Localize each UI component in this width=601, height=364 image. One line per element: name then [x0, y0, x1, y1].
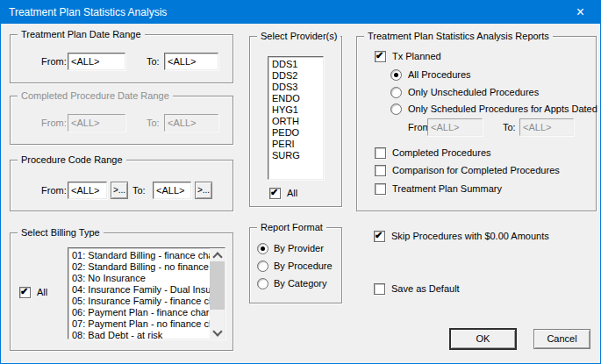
save-default-checkbox[interactable]: ✔: [374, 283, 385, 295]
proc-code-to-input[interactable]: [153, 182, 191, 199]
billing-item[interactable]: 08: Bad Debt - at risk: [68, 330, 210, 339]
completed-date-to-input: [164, 114, 218, 132]
appts-to-input: [519, 118, 574, 136]
comparison-completed-label: Comparison for Completed Procedures: [392, 165, 560, 176]
provider-all-label: All: [287, 188, 297, 199]
radio-only-unscheduled-label: Only Unscheduled Procedures: [408, 87, 539, 98]
proc-code-from-browse-button[interactable]: >...: [111, 182, 128, 199]
radio-by-provider[interactable]: [257, 243, 268, 254]
billing-item[interactable]: 01: Standard Billing - finance charges: [68, 250, 210, 261]
group-title: Select Billing Type: [18, 227, 104, 239]
completed-procedures-label: Completed Procedures: [392, 147, 491, 159]
completed-procedures-checkbox[interactable]: ✔: [375, 147, 386, 159]
scroll-up-icon[interactable]: [210, 248, 225, 261]
tp-summary-label: Treatment Plan Summary: [392, 183, 502, 195]
radio-by-procedure[interactable]: [257, 261, 268, 272]
billing-item[interactable]: 04: Insurance Family - Dual Insurance: [68, 284, 210, 296]
radio-all-procedures[interactable]: [390, 69, 402, 81]
group-report-format: Report Format By Provider By Procedure B…: [249, 227, 342, 303]
group-treatment-plan-date-range: Treatment Plan Date Range From: To:: [10, 34, 233, 83]
proc-code-to-browse-button[interactable]: >...: [195, 182, 212, 199]
radio-all-procedures-label: All Procedures: [408, 69, 471, 81]
group-title: Completed Procedure Date Range: [18, 90, 173, 102]
group-title: Report Format: [257, 222, 326, 233]
skip-zero-label: Skip Procedures with $0.00 Amounts: [391, 231, 549, 242]
billing-all-label: All: [37, 287, 47, 298]
tp-date-to-input[interactable]: [164, 53, 218, 70]
window-title: Treatment Plan Statistics Analysis: [9, 1, 167, 24]
billing-item[interactable]: 05: Insurance Family - finance charges: [68, 296, 210, 307]
provider-all-checkbox[interactable]: ✔: [269, 188, 281, 199]
check-icon: ✔: [270, 187, 278, 198]
radio-by-procedure-label: By Procedure: [274, 261, 333, 272]
provider-item[interactable]: SURG: [268, 150, 323, 161]
radio-by-category-label: By Category: [274, 278, 327, 289]
to-label: To:: [147, 114, 160, 132]
to-label: To:: [147, 53, 160, 70]
group-title: Select Provider(s): [257, 31, 340, 42]
scroll-thumb[interactable]: [210, 261, 225, 310]
billing-item[interactable]: 06: Payment Plan - finance charges: [68, 307, 210, 318]
proc-code-from-input[interactable]: [68, 182, 107, 199]
provider-item[interactable]: PERI: [268, 139, 323, 150]
provider-item[interactable]: DDS3: [268, 82, 323, 93]
from-label: From:: [41, 53, 67, 70]
to-label: To:: [132, 182, 146, 199]
to-label: To:: [503, 118, 516, 136]
scroll-down-icon[interactable]: [210, 325, 225, 339]
skip-zero-checkbox[interactable]: ✔: [374, 231, 385, 242]
provider-item[interactable]: DDS2: [268, 70, 323, 82]
check-icon: ✔: [20, 286, 28, 297]
radio-only-scheduled[interactable]: [390, 103, 402, 115]
ok-button[interactable]: OK: [450, 329, 516, 349]
billing-type-listbox[interactable]: 01: Standard Billing - finance charges 0…: [68, 247, 225, 339]
provider-item[interactable]: HYG1: [268, 104, 323, 116]
provider-item[interactable]: ENDO: [268, 93, 323, 104]
radio-dot-icon: [394, 73, 398, 77]
check-icon: ✔: [376, 50, 383, 61]
tp-date-from-input[interactable]: [68, 53, 125, 70]
save-default-label: Save as Default: [391, 283, 460, 295]
provider-item[interactable]: ORTH: [268, 116, 323, 127]
group-title: Treatment Plan Date Range: [18, 29, 145, 40]
close-icon[interactable]: ×: [561, 1, 600, 24]
appts-from-input: [427, 118, 483, 136]
provider-item[interactable]: DDS1: [268, 59, 323, 70]
cancel-button[interactable]: Cancel: [533, 329, 590, 349]
billing-item[interactable]: 07: Payment Plan - no finance charges: [68, 318, 210, 330]
tx-planned-label: Tx Planned: [392, 51, 441, 62]
provider-listbox[interactable]: DDS1 DDS2 DDS3 ENDO HYG1 ORTH PEDO PERI …: [268, 56, 324, 180]
group-title: Procedure Code Range: [18, 154, 126, 166]
tp-summary-checkbox[interactable]: ✔: [375, 183, 386, 195]
billing-item[interactable]: 03: No Insurance: [68, 273, 210, 284]
group-procedure-code-range: Procedure Code Range From: >... To: >...: [10, 160, 233, 211]
tx-planned-checkbox[interactable]: ✔: [375, 51, 386, 62]
provider-item[interactable]: PEDO: [268, 127, 323, 139]
radio-by-provider-label: By Provider: [274, 243, 324, 254]
radio-only-scheduled-label: Only Scheduled Procedures for Appts Date…: [408, 103, 597, 115]
comparison-completed-checkbox[interactable]: ✔: [375, 165, 386, 176]
check-icon: ✔: [375, 230, 383, 241]
title-bar[interactable]: Treatment Plan Statistics Analysis ×: [1, 1, 600, 24]
group-select-providers: Select Provider(s) DDS1 DDS2 DDS3 ENDO H…: [249, 36, 342, 207]
group-select-billing-type: Select Billing Type ✔ All 01: Standard B…: [10, 232, 233, 351]
from-label: From:: [41, 114, 67, 132]
radio-only-unscheduled[interactable]: [390, 87, 402, 98]
radio-dot-icon: [261, 246, 265, 251]
radio-by-category[interactable]: [257, 278, 268, 289]
from-label: From:: [41, 182, 67, 199]
billing-all-checkbox[interactable]: ✔: [19, 287, 31, 298]
billing-item[interactable]: 02: Standard Billing - no finance charge…: [68, 261, 210, 273]
group-completed-procedure-date-range: Completed Procedure Date Range From: To:: [10, 96, 233, 145]
dialog-window: Treatment Plan Statistics Analysis × Tre…: [0, 0, 601, 364]
billing-scrollbar[interactable]: [210, 248, 225, 339]
group-title: Treatment Plan Statistics Analysis Repor…: [364, 31, 553, 42]
completed-date-from-input: [68, 114, 125, 132]
group-analysis-reports: Treatment Plan Statistics Analysis Repor…: [356, 36, 597, 211]
